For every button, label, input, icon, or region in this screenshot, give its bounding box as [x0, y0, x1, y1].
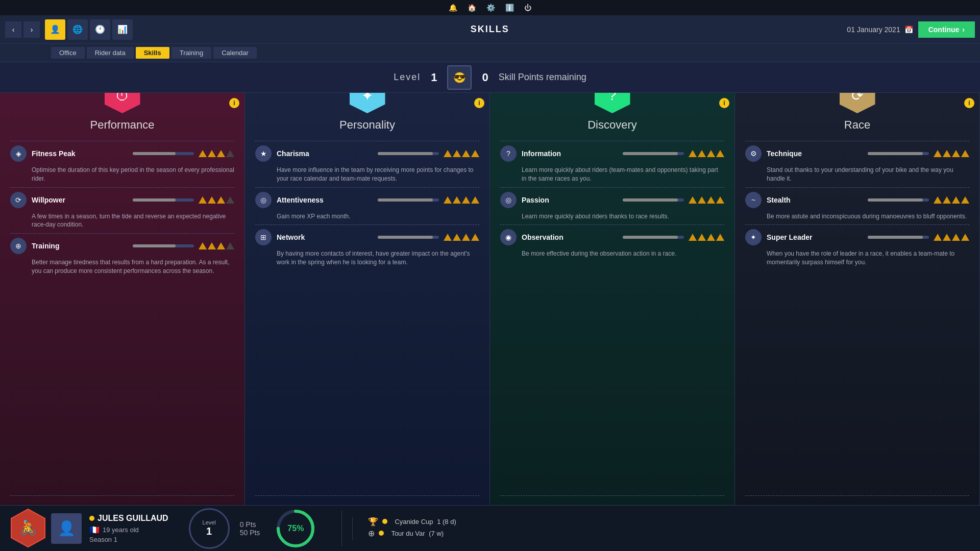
race-info-icon[interactable]: i [964, 98, 974, 108]
tab-office[interactable]: Office [51, 47, 85, 59]
skill-points-label: Skill Points remaining [499, 72, 586, 83]
rider-name: JULES GUILLAUD [97, 514, 168, 523]
discovery-card-header: ? Discovery [500, 93, 724, 136]
progress-ring: 75% [275, 508, 316, 549]
cards-container: i ⏱ Performance ◈ Fitness Peak [0, 93, 980, 505]
sub-tabs: Office Rider data Skills Training Calend… [0, 44, 980, 62]
triangle-2 [698, 196, 706, 204]
gear-icon[interactable]: ⚙️ [486, 4, 495, 12]
personality-info-icon[interactable]: i [474, 98, 484, 108]
technique-name: Technique [767, 149, 868, 158]
triangle-1 [199, 150, 207, 157]
willpower-desc: A few times in a season, turn the tide a… [32, 212, 234, 230]
triangle-3 [217, 150, 225, 157]
information-bars [623, 150, 724, 157]
rider-avatar: 👤 [51, 513, 82, 544]
charisma-name: Charisma [277, 149, 378, 158]
rider-season: Season 1 [89, 536, 168, 543]
tab-training[interactable]: Training [172, 47, 211, 59]
pts-current: 0 Pts [240, 520, 260, 529]
technique-icon: ⚙ [745, 145, 762, 162]
nav-profile-button[interactable]: 👤 [45, 19, 65, 40]
skill-willpower: ⟳ Willpower A few times in a season, tur… [10, 192, 234, 230]
triangle-4 [471, 150, 479, 157]
rider-status-dot [89, 516, 94, 521]
triangle-3 [217, 196, 225, 204]
triangle-1 [444, 150, 452, 157]
performance-info-icon[interactable]: i [229, 98, 239, 108]
passion-icon: ◎ [500, 192, 517, 208]
nav-clock-button[interactable]: 🕐 [90, 19, 110, 40]
training-icon: ⊕ [10, 238, 27, 254]
triangle-3 [707, 150, 715, 157]
progress-percent: 75% [287, 524, 304, 533]
pts-info: 0 Pts 50 Pts [240, 520, 260, 537]
bottom-bar: 🚴 👤 JULES GUILLAUD 🇫🇷 19 years old Seaso… [0, 505, 980, 551]
triangle-1 [689, 150, 697, 157]
svg-text:🚴: 🚴 [19, 519, 37, 536]
skill-training: ⊕ Training Better manage tiredness that … [10, 238, 234, 276]
race-title: Race [844, 118, 870, 132]
willpower-name: Willpower [32, 196, 133, 204]
continue-label: Continue [928, 26, 960, 34]
charisma-bars [378, 150, 479, 157]
super-leader-name: Super Leader [767, 233, 868, 241]
triangle-4 [226, 196, 234, 204]
triangle-1 [934, 234, 942, 241]
triangle-3 [707, 234, 715, 241]
rider-portrait-container: 🚴 [10, 508, 46, 549]
nav-back-button[interactable]: ‹ [5, 21, 21, 38]
tab-skills[interactable]: Skills [136, 47, 169, 59]
triangle-3 [707, 196, 715, 204]
race-item-2: ⊕ Tour du Var (7 w) [368, 529, 970, 538]
triangle-4 [716, 234, 724, 241]
discovery-info-icon[interactable]: i [719, 98, 729, 108]
continue-button[interactable]: Continue › [918, 21, 975, 38]
nav-forward-button[interactable]: › [23, 21, 40, 38]
nav-globe-button[interactable]: 🌐 [67, 19, 88, 40]
training-bars [133, 242, 234, 249]
network-bars [378, 234, 479, 241]
info-icon[interactable]: ℹ️ [505, 4, 514, 12]
passion-bars [623, 196, 724, 204]
triangle-2 [698, 150, 706, 157]
triangle-2 [943, 234, 951, 241]
willpower-bars [133, 196, 234, 204]
system-bar: 🔔 🏠 ⚙️ ℹ️ ⏻ [0, 0, 980, 15]
triangle-4 [226, 150, 234, 157]
triangle-4 [961, 234, 969, 241]
triangle-2 [453, 196, 461, 204]
bottom-separator [341, 511, 342, 546]
level-label: Level [394, 72, 421, 83]
power-icon[interactable]: ⏻ [524, 4, 531, 12]
bell-icon[interactable]: 🔔 [449, 4, 457, 12]
calendar-icon[interactable]: 📅 [904, 26, 913, 34]
observation-name: Observation [522, 233, 623, 241]
personality-hex-icon: ✦ [350, 93, 385, 113]
triangle-4 [716, 196, 724, 204]
tab-rider-data[interactable]: Rider data [87, 47, 134, 59]
attentiveness-desc: Gain more XP each month. [277, 212, 479, 221]
nav-chart-button[interactable]: 📊 [112, 19, 133, 40]
stealth-icon: ~ [745, 192, 762, 208]
nav-bar: ‹ › 👤 🌐 🕐 📊 SKILLS 01 January 2021 📅 Con… [0, 15, 980, 44]
attentiveness-bars [378, 196, 479, 204]
triangle-3 [462, 234, 470, 241]
discovery-hex-icon: ? [595, 93, 630, 113]
skill-charisma: ★ Charisma Have more influence in the te… [255, 145, 479, 183]
triangle-1 [934, 196, 942, 204]
triangle-3 [952, 234, 960, 241]
skill-stealth: ~ Stealth Be more astute and inconspicuo… [745, 192, 969, 221]
tab-calendar[interactable]: Calendar [213, 47, 257, 59]
network-desc: By having more contacts of interest, hav… [277, 249, 479, 267]
triangle-1 [444, 234, 452, 241]
performance-card: i ⏱ Performance ◈ Fitness Peak [0, 93, 245, 505]
discovery-title: Discovery [587, 118, 637, 132]
race-icon-2: ⊕ [368, 529, 375, 538]
level-bar: Level 1 😎 0 Skill Points remaining [0, 62, 980, 93]
home-icon[interactable]: 🏠 [468, 4, 476, 12]
skill-points-number: 0 [482, 71, 488, 84]
triangle-2 [208, 242, 216, 249]
triangle-2 [943, 196, 951, 204]
triangle-4 [471, 234, 479, 241]
